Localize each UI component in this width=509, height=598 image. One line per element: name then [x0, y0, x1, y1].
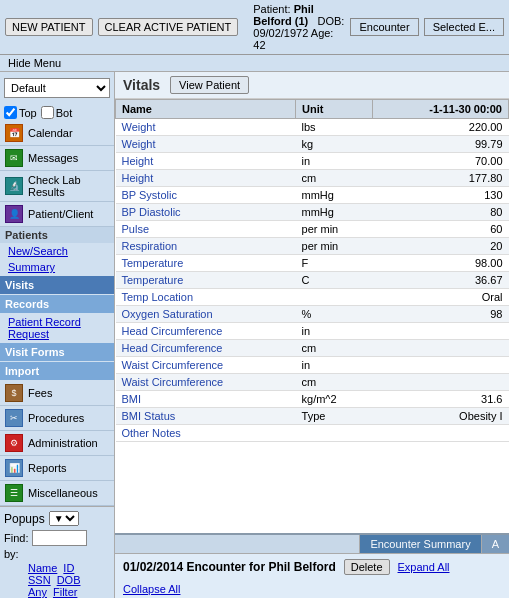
sidebar-bottom: Popups ▼ Find: by: Name ID SSN DOB An	[0, 506, 114, 598]
encounter-delete-button[interactable]: Delete	[344, 559, 390, 575]
vital-unit-cell: kg/m^2	[296, 391, 373, 408]
reports-icon: 📊	[5, 459, 23, 477]
table-row: BMIkg/m^231.6	[116, 391, 509, 408]
encounter-additional-tab[interactable]: A	[481, 535, 509, 553]
sidebar-item-messages[interactable]: ✉ Messages	[0, 146, 114, 171]
by-row: by:	[4, 548, 110, 560]
vital-unit-cell: per min	[296, 238, 373, 255]
sidebar-records[interactable]: Records	[0, 295, 114, 313]
vital-value-cell: 20	[373, 238, 509, 255]
clear-active-button[interactable]: CLEAR ACTIVE PATIENT	[98, 18, 239, 36]
patient-info: Patient: Phil Belford (1) DOB: 09/02/197…	[253, 3, 345, 51]
vital-unit-cell: in	[296, 323, 373, 340]
find-by-any[interactable]: Any	[28, 586, 47, 598]
find-by-dob[interactable]: DOB	[57, 574, 81, 586]
sidebar-import[interactable]: Import	[0, 362, 114, 380]
fees-icon: $	[5, 384, 23, 402]
sidebar-item-procedures[interactable]: ✂ Procedures	[0, 406, 114, 431]
table-row: Head Circumferencein	[116, 323, 509, 340]
find-row: Find:	[4, 530, 110, 546]
vital-value-cell: 70.00	[373, 153, 509, 170]
vital-value-cell: 31.6	[373, 391, 509, 408]
sidebar-item-calendar[interactable]: 📅 Calendar	[0, 121, 114, 146]
checkbox-bot[interactable]	[41, 106, 54, 119]
selected-encounter-button[interactable]: Selected E...	[424, 18, 504, 36]
vital-name-cell: Pulse	[116, 221, 296, 238]
sidebar-visit-forms[interactable]: Visit Forms	[0, 343, 114, 361]
col-name: Name	[116, 100, 296, 119]
sidebar-visits[interactable]: Visits	[0, 276, 114, 294]
checkbox-top[interactable]	[4, 106, 17, 119]
summary-link[interactable]: Summary	[0, 259, 114, 275]
encounter-area: Encounter Summary A 01/02/2014 Encounter…	[115, 533, 509, 598]
patient-client-label: Patient/Client	[28, 208, 93, 220]
vital-name-cell: Temp Location	[116, 289, 296, 306]
vitals-table: Name Unit -1-11-30 00:00 Weightlbs220.00…	[115, 99, 509, 442]
sidebar-item-reports[interactable]: 📊 Reports	[0, 456, 114, 481]
vital-unit-cell: Type	[296, 408, 373, 425]
vitals-title: Vitals	[123, 77, 160, 93]
find-by-ssn[interactable]: SSN	[28, 574, 51, 586]
encounter-date-line: 01/02/2014 Encounter for Phil Belford	[123, 560, 336, 574]
checkbox-top-label[interactable]: Top	[4, 106, 37, 119]
vital-name-cell: Weight	[116, 119, 296, 136]
sidebar-dropdown[interactable]: Default	[4, 78, 110, 98]
patients-header: Patients	[0, 227, 114, 243]
table-row: Weightlbs220.00	[116, 119, 509, 136]
find-by-id[interactable]: ID	[63, 562, 74, 574]
vital-name-cell: Waist Circumference	[116, 357, 296, 374]
sidebar-item-administration[interactable]: ⚙ Administration	[0, 431, 114, 456]
checkbox-bot-label[interactable]: Bot	[41, 106, 73, 119]
expand-all-button[interactable]: Expand All	[398, 561, 450, 573]
encounter-tabs: Encounter Summary A	[115, 535, 509, 554]
find-label: Find:	[4, 532, 28, 544]
fees-label: Fees	[28, 387, 52, 399]
vital-value-cell	[373, 357, 509, 374]
vital-name-cell: Temperature	[116, 255, 296, 272]
table-row: Respirationper min20	[116, 238, 509, 255]
sidebar-top-row: Top Bot	[0, 104, 114, 121]
sidebar-item-fees[interactable]: $ Fees	[0, 381, 114, 406]
new-patient-button[interactable]: NEW PATIENT	[5, 18, 93, 36]
administration-label: Administration	[28, 437, 98, 449]
sidebar-item-patient-client[interactable]: 👤 Patient/Client	[0, 202, 114, 227]
vital-value-cell: 98.00	[373, 255, 509, 272]
table-row: BP SystolicmmHg130	[116, 187, 509, 204]
patient-label: Patient:	[253, 3, 290, 15]
table-row: Waist Circumferencein	[116, 357, 509, 374]
sidebar-item-miscellaneous[interactable]: ☰ Miscellaneous	[0, 481, 114, 506]
misc-icon: ☰	[5, 484, 23, 502]
find-by-name[interactable]: Name	[28, 562, 57, 574]
find-input[interactable]	[32, 530, 87, 546]
vital-value-cell: 36.67	[373, 272, 509, 289]
reports-label: Reports	[28, 462, 67, 474]
vital-value-cell: 220.00	[373, 119, 509, 136]
vital-value-cell: Oral	[373, 289, 509, 306]
main-layout: Default Top Bot 📅 Calendar ✉ Messages 🔬 …	[0, 72, 509, 598]
find-by-options: Name ID	[28, 562, 110, 574]
vital-unit-cell: cm	[296, 170, 373, 187]
vital-name-cell: Head Circumference	[116, 340, 296, 357]
vital-unit-cell: C	[296, 272, 373, 289]
vital-unit-cell: cm	[296, 374, 373, 391]
table-row: Head Circumferencecm	[116, 340, 509, 357]
table-row: Oxygen Saturation%98	[116, 306, 509, 323]
sidebar: Default Top Bot 📅 Calendar ✉ Messages 🔬 …	[0, 72, 115, 598]
encounter-button[interactable]: Encounter	[350, 18, 418, 36]
new-search-link[interactable]: New/Search	[0, 243, 114, 259]
vital-name-cell: Other Notes	[116, 425, 296, 442]
encounter-summary-tab[interactable]: Encounter Summary	[359, 535, 480, 553]
collapse-all-button[interactable]: Collapse All	[123, 583, 180, 595]
popups-dropdown[interactable]: ▼	[49, 511, 79, 526]
patient-record-link[interactable]: Patient Record Request	[0, 314, 114, 342]
sidebar-item-check-lab[interactable]: 🔬 Check Lab Results	[0, 171, 114, 202]
hide-menu[interactable]: Hide Menu	[0, 55, 509, 72]
table-row: Temp LocationOral	[116, 289, 509, 306]
find-by-filter[interactable]: Filter	[53, 586, 77, 598]
view-patient-button[interactable]: View Patient	[170, 76, 249, 94]
vital-name-cell: Temperature	[116, 272, 296, 289]
vital-name-cell: Height	[116, 170, 296, 187]
popups-row: Popups ▼	[4, 511, 110, 526]
vital-name-cell: Waist Circumference	[116, 374, 296, 391]
vital-name-cell: BMI Status	[116, 408, 296, 425]
